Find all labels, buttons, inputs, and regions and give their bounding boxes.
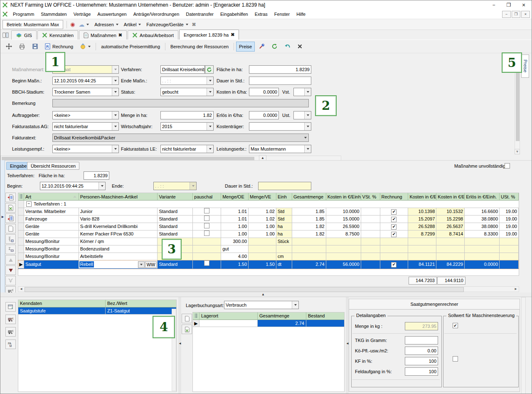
- cell-rechnung[interactable]: ✔: [380, 223, 409, 230]
- pauschal-checkbox[interactable]: [204, 223, 209, 228]
- ust-combo[interactable]: [293, 111, 311, 119]
- menu-datentransfer[interactable]: Datentransfer: [182, 10, 217, 18]
- table-row-selected[interactable]: ▶ Saatgut Rebell WW Standard 1.50 1.50 d…: [18, 260, 519, 269]
- cell-art[interactable]: Messung/Bonitur: [24, 253, 79, 260]
- sollwert-checkbox-2[interactable]: [453, 356, 458, 362]
- bemerkung-input[interactable]: [52, 99, 309, 107]
- cell-rechnung[interactable]: ✔: [380, 208, 409, 216]
- lager-bestand[interactable]: [306, 320, 344, 327]
- cell-art[interactable]: Messung/Bonitur: [24, 238, 79, 245]
- cell-menge-ve[interactable]: 1.02: [249, 216, 276, 223]
- beginn2-combo[interactable]: 12.10.2015 09:44:25: [40, 182, 106, 190]
- artikel-dropdown[interactable]: Artikel: [122, 21, 143, 28]
- cell-pma[interactable]: Körner / qm: [79, 238, 158, 245]
- dropdown-button[interactable]: [207, 145, 213, 153]
- cell-kosten-einh[interactable]: [326, 245, 361, 253]
- dropdown-button[interactable]: [292, 301, 298, 309]
- cell-gesamtmenge[interactable]: [292, 253, 326, 260]
- refresh-button[interactable]: [268, 42, 281, 52]
- mdi-close-button[interactable]: ×: [521, 11, 530, 18]
- cell-vst[interactable]: [361, 223, 380, 230]
- cell-rechnung[interactable]: [380, 238, 409, 245]
- verfahren-field[interactable]: Drillsaat Kreiselkombi&Packer: [160, 65, 205, 74]
- cell-pauschal[interactable]: [193, 260, 221, 269]
- stamp-dropdown-button[interactable]: [77, 42, 94, 52]
- cell-einh[interactable]: cm: [276, 253, 292, 260]
- row-selector[interactable]: [18, 253, 24, 260]
- cell-rechnung[interactable]: [380, 253, 409, 260]
- fahrzeuge-geraete-dropdown[interactable]: Fahrzeuge/Geräte: [145, 21, 190, 28]
- menu-programm[interactable]: Programm: [10, 10, 37, 18]
- cell-art[interactable]: Messung/Bonitur: [24, 245, 79, 253]
- menu-hilfe[interactable]: Hilfe: [293, 10, 309, 18]
- cell-vst[interactable]: [361, 238, 380, 245]
- cell-rechnung[interactable]: ✔: [380, 260, 409, 269]
- pauschal-checkbox[interactable]: [204, 230, 209, 236]
- scrollbar-thumb[interactable]: [25, 287, 464, 292]
- minimize-button[interactable]: −: [488, 1, 500, 9]
- menu-vertraege[interactable]: Verträge: [70, 10, 94, 18]
- cell-gesamtmenge[interactable]: 2.74: [292, 260, 326, 269]
- erloes-input[interactable]: 0.0000: [249, 111, 279, 119]
- cell-gesamtmenge[interactable]: [292, 245, 326, 253]
- col-header-kosten-einh[interactable]: Kosten in €/Einh: [326, 193, 361, 201]
- wirtschaftsjahr-combo[interactable]: 2015: [160, 122, 214, 131]
- cell-kosten-einh[interactable]: 10.0000: [326, 208, 361, 216]
- pma-dropdown-button[interactable]: [138, 261, 145, 268]
- auto-preisermittlung-button[interactable]: automatische Preisermittlung: [98, 42, 163, 52]
- collapse-icon[interactable]: −: [26, 201, 32, 207]
- cell-vst[interactable]: [361, 208, 380, 216]
- row-selector[interactable]: [18, 216, 24, 223]
- scroll-down-button[interactable]: ▼: [515, 149, 520, 154]
- mdi-restore-button[interactable]: ❐: [512, 11, 520, 18]
- dropdown-button[interactable]: [112, 123, 118, 130]
- col-header-vst[interactable]: VSt. %: [361, 193, 380, 201]
- cell-vst[interactable]: [361, 260, 380, 269]
- preise-side-tab[interactable]: Preise: [521, 55, 529, 78]
- cell-art[interactable]: Verantw. Mitarbeiter: [24, 208, 79, 216]
- cell-art[interactable]: Fahrzeuge: [24, 216, 79, 223]
- cell-kosten-1[interactable]: 26.5288: [408, 223, 436, 230]
- adressen-dropdown[interactable]: Adressen: [93, 21, 120, 28]
- fit-button[interactable]: [3, 42, 15, 52]
- fakturastatus-le-combo[interactable]: nicht fakturierbar: [160, 145, 214, 153]
- cell-gesamtmenge[interactable]: [292, 238, 326, 245]
- cell-ust[interactable]: 19.00: [500, 230, 519, 238]
- flaeche-input[interactable]: 1.8239: [249, 65, 311, 74]
- betrieb-selector[interactable]: Betrieb: Mustermann Max: [2, 20, 63, 29]
- cell-pma[interactable]: Arbeitstiefe: [79, 253, 158, 260]
- table-row-messung[interactable]: Messung/Bonitur Arbeitstiefe 4.00 cm: [18, 253, 519, 260]
- cell-kosten-1[interactable]: 84.1121: [408, 260, 436, 269]
- auftraggeber-combo[interactable]: <keine>: [52, 111, 119, 119]
- menu-auswertungen[interactable]: Auswertungen: [94, 10, 130, 18]
- col-header-pma[interactable]: Personen-Maschinen-Artikel: [79, 193, 158, 201]
- pauschal-checkbox[interactable]: [204, 260, 209, 266]
- tools-button[interactable]: [256, 42, 268, 52]
- row-selector-header[interactable]: [18, 193, 24, 201]
- vst-combo[interactable]: [293, 88, 311, 96]
- cell-kosten-1[interactable]: [408, 238, 436, 245]
- cell-kosten-2[interactable]: 84.2229: [436, 260, 465, 269]
- beginn-combo[interactable]: 12.10.2015 09:44:25: [52, 77, 119, 85]
- pane-layout-icon[interactable]: [2, 32, 9, 38]
- pma-editor-value[interactable]: Rebell: [79, 261, 94, 268]
- lagerbuchungsart-combo[interactable]: Verbrauch: [224, 301, 299, 309]
- cell-einh[interactable]: Std: [276, 208, 292, 216]
- table-horizontal-scrollbar[interactable]: ◄ ►: [18, 286, 519, 292]
- vertical-splitter[interactable]: ◄: [346, 297, 349, 394]
- tab-close-icon[interactable]: ✖: [118, 32, 122, 38]
- leistungsempf-combo[interactable]: <keine>: [52, 145, 119, 153]
- cell-erloes[interactable]: 38.0800: [465, 216, 500, 223]
- new-row-button[interactable]: [5, 224, 16, 233]
- koepfl-input[interactable]: 0.00: [405, 347, 438, 355]
- scrollbar-thumb[interactable]: [2, 157, 254, 160]
- sollwert-checkbox-1[interactable]: ✔: [453, 323, 458, 328]
- cell-menge-oe[interactable]: 1.01: [221, 208, 249, 216]
- rechnung-checkbox[interactable]: ✔: [391, 217, 397, 222]
- dropdown-button[interactable]: [302, 134, 308, 141]
- tab-kennzahlen[interactable]: Kennzahlen: [37, 30, 78, 40]
- cell-menge-oe[interactable]: 1.01: [221, 216, 249, 223]
- cell-ust[interactable]: [500, 238, 519, 245]
- close-view-button[interactable]: [294, 42, 305, 52]
- menge-kg-input[interactable]: 273.95: [405, 322, 438, 330]
